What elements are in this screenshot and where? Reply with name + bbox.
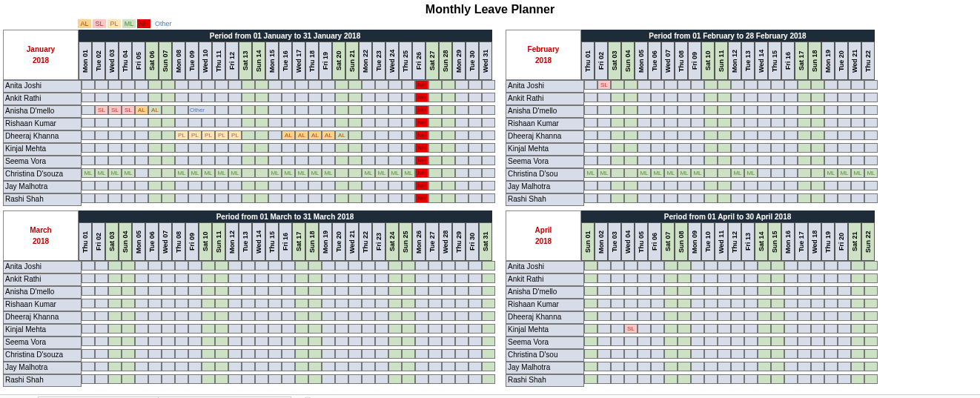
leave-cell[interactable] xyxy=(678,299,691,308)
leave-cell[interactable]: ML xyxy=(228,168,242,178)
leave-cell[interactable] xyxy=(162,118,175,127)
leave-cell[interactable] xyxy=(584,193,597,203)
leave-cell[interactable] xyxy=(758,324,771,334)
leave-cell[interactable] xyxy=(771,130,784,140)
leave-cell[interactable] xyxy=(188,273,202,283)
leave-cell[interactable] xyxy=(295,80,308,90)
leave-cell[interactable] xyxy=(638,143,651,153)
leave-cell[interactable] xyxy=(691,273,704,283)
leave-cell[interactable] xyxy=(824,362,838,371)
leave-cell[interactable] xyxy=(744,374,758,384)
leave-cell[interactable]: AL xyxy=(308,130,322,140)
leave-cell[interactable] xyxy=(188,362,202,371)
leave-cell[interactable] xyxy=(851,299,864,308)
leave-cell[interactable] xyxy=(148,130,162,140)
leave-cell[interactable] xyxy=(482,80,495,90)
leave-cell[interactable] xyxy=(851,261,864,271)
leave-cell[interactable] xyxy=(442,93,455,102)
leave-cell[interactable] xyxy=(282,362,295,371)
leave-cell[interactable] xyxy=(215,80,228,90)
leave-cell[interactable] xyxy=(624,130,638,140)
leave-cell[interactable]: AL xyxy=(295,130,308,140)
leave-cell[interactable] xyxy=(255,80,268,90)
leave-cell[interactable] xyxy=(851,193,864,203)
leave-cell[interactable] xyxy=(175,80,188,90)
leave-cell[interactable] xyxy=(348,80,362,90)
leave-cell[interactable] xyxy=(584,311,597,321)
leave-cell[interactable] xyxy=(255,93,268,102)
leave-cell[interactable] xyxy=(864,349,878,359)
leave-cell[interactable] xyxy=(148,311,162,321)
leave-cell[interactable] xyxy=(784,143,798,153)
leave-cell[interactable] xyxy=(162,80,175,90)
leave-cell[interactable] xyxy=(597,118,611,127)
leave-cell[interactable] xyxy=(162,336,175,346)
leave-cell[interactable] xyxy=(122,130,135,140)
leave-cell[interactable] xyxy=(664,273,678,283)
leave-cell[interactable] xyxy=(202,181,215,190)
leave-cell[interactable] xyxy=(82,299,95,308)
leave-cell[interactable] xyxy=(718,93,731,102)
leave-cell[interactable] xyxy=(482,324,495,334)
leave-cell[interactable]: SL xyxy=(122,105,135,115)
leave-cell[interactable] xyxy=(691,336,704,346)
leave-cell[interactable] xyxy=(624,156,638,165)
leave-cell[interactable] xyxy=(402,156,415,165)
leave-cell[interactable] xyxy=(744,336,758,346)
leave-cell[interactable] xyxy=(469,130,482,140)
leave-cell[interactable] xyxy=(308,105,322,115)
leave-cell[interactable] xyxy=(215,181,228,190)
leave-cell[interactable] xyxy=(798,273,811,283)
leave-cell[interactable] xyxy=(308,156,322,165)
leave-cell[interactable] xyxy=(375,181,388,190)
leave-cell[interactable] xyxy=(651,311,664,321)
leave-cell[interactable] xyxy=(402,181,415,190)
leave-cell[interactable] xyxy=(148,362,162,371)
leave-cell[interactable] xyxy=(335,286,348,296)
leave-cell[interactable] xyxy=(95,193,108,203)
leave-cell[interactable] xyxy=(402,336,415,346)
leave-cell[interactable] xyxy=(758,261,771,271)
leave-cell[interactable] xyxy=(362,311,375,321)
leave-cell[interactable] xyxy=(95,299,108,308)
leave-cell[interactable] xyxy=(215,299,228,308)
leave-cell[interactable] xyxy=(202,273,215,283)
leave-cell[interactable] xyxy=(838,324,851,334)
leave-cell[interactable] xyxy=(388,143,402,153)
leave-cell[interactable]: ML xyxy=(864,168,878,178)
leave-cell[interactable] xyxy=(82,273,95,283)
leave-cell[interactable] xyxy=(188,261,202,271)
leave-cell[interactable] xyxy=(82,193,95,203)
leave-cell[interactable] xyxy=(771,261,784,271)
leave-cell[interactable] xyxy=(428,143,442,153)
leave-cell[interactable] xyxy=(469,261,482,271)
leave-cell[interactable] xyxy=(597,261,611,271)
leave-cell[interactable] xyxy=(268,273,282,283)
leave-cell[interactable] xyxy=(282,80,295,90)
leave-cell[interactable] xyxy=(82,374,95,384)
leave-cell[interactable] xyxy=(851,118,864,127)
leave-cell[interactable] xyxy=(584,362,597,371)
leave-cell[interactable] xyxy=(348,143,362,153)
leave-cell[interactable] xyxy=(864,143,878,153)
leave-cell[interactable] xyxy=(402,105,415,115)
leave-cell[interactable] xyxy=(148,336,162,346)
leave-cell[interactable] xyxy=(188,374,202,384)
leave-cell[interactable] xyxy=(851,286,864,296)
leave-cell[interactable] xyxy=(122,286,135,296)
leave-cell[interactable] xyxy=(482,286,495,296)
leave-cell[interactable] xyxy=(322,193,335,203)
leave-cell[interactable] xyxy=(611,181,624,190)
leave-cell[interactable] xyxy=(798,130,811,140)
leave-cell[interactable] xyxy=(162,143,175,153)
leave-cell[interactable] xyxy=(611,130,624,140)
leave-cell[interactable] xyxy=(108,80,122,90)
leave-cell[interactable] xyxy=(335,105,348,115)
leave-cell[interactable] xyxy=(82,80,95,90)
leave-cell[interactable]: PL xyxy=(202,130,215,140)
leave-cell[interactable] xyxy=(864,362,878,371)
leave-cell[interactable] xyxy=(758,362,771,371)
leave-cell[interactable] xyxy=(335,311,348,321)
leave-cell[interactable] xyxy=(108,193,122,203)
leave-cell[interactable] xyxy=(202,299,215,308)
